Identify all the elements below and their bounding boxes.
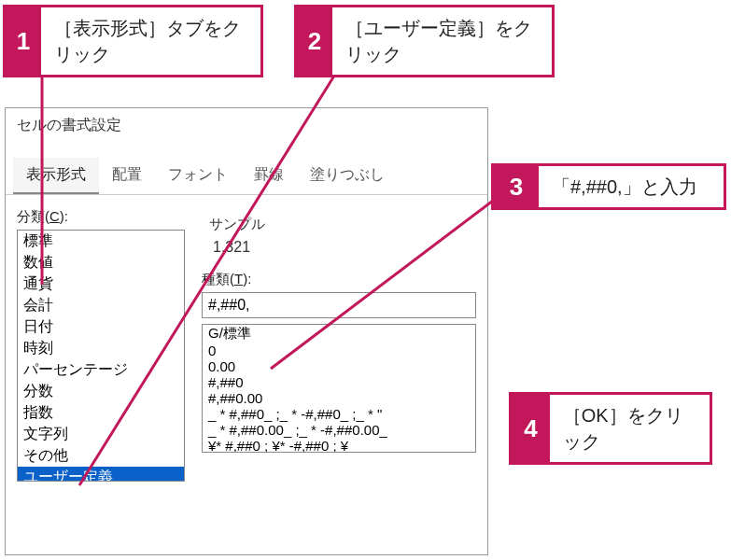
dialog-body: 分類(C): 標準 数値 通貨 会計 日付 時刻 パーセンテージ 分数 指数 文… (6, 195, 487, 482)
tab-font[interactable]: フォント (155, 158, 241, 194)
category-item-fraction[interactable]: 分数 (18, 381, 184, 402)
category-column: 分類(C): 標準 数値 通貨 会計 日付 時刻 パーセンテージ 分数 指数 文… (17, 208, 185, 482)
category-accel: C (49, 208, 60, 224)
tab-fill[interactable]: 塗りつぶし (297, 158, 398, 194)
type-item[interactable]: ¥* #,##0 ; ¥* -#,##0 ; ¥ (203, 438, 475, 453)
callout-4-text: ［OK］をクリック (550, 395, 710, 462)
category-item-time[interactable]: 時刻 (18, 338, 184, 359)
tab-strip: 表示形式 配置 フォント 罫線 塗りつぶし (6, 158, 487, 195)
callout-3-number: 3 (494, 166, 539, 207)
category-label-text: 分類( (17, 208, 49, 224)
tab-border[interactable]: 罫線 (241, 158, 297, 194)
type-accel: T (234, 271, 243, 287)
callout-3-text: 「#,##0,」と入力 (539, 166, 710, 207)
category-item-standard[interactable]: 標準 (18, 231, 184, 252)
details-column: サンプル 1,321 種類(T): G/標準 0 0.00 #,##0 #,##… (202, 208, 476, 482)
sample-value: 1,321 (209, 239, 476, 256)
category-item-scientific[interactable]: 指数 (18, 402, 184, 424)
category-item-other[interactable]: その他 (18, 445, 184, 467)
type-item[interactable]: 0.00 (203, 358, 475, 374)
callout-2-number: 2 (297, 7, 332, 75)
callout-1-text: ［表示形式］タブをクリック (41, 7, 260, 75)
tab-number-format[interactable]: 表示形式 (13, 158, 99, 194)
type-item[interactable]: 0 (203, 343, 475, 358)
tab-alignment[interactable]: 配置 (99, 158, 155, 194)
category-label: 分類(C): (17, 208, 185, 226)
category-item-text[interactable]: 文字列 (18, 424, 184, 445)
callout-3: 3 「#,##0,」と入力 (491, 163, 726, 210)
callout-4-number: 4 (512, 395, 550, 462)
category-item-custom[interactable]: ユーザー定義 (18, 467, 184, 482)
type-item[interactable]: #,##0 (203, 374, 475, 390)
type-input[interactable] (202, 292, 476, 318)
category-item-date[interactable]: 日付 (18, 316, 184, 338)
dialog-title: セルの書式設定 (6, 108, 487, 141)
category-item-accounting[interactable]: 会計 (18, 295, 184, 316)
type-label-end: ): (243, 271, 251, 287)
format-cells-dialog: セルの書式設定 表示形式 配置 フォント 罫線 塗りつぶし 分類(C): 標準 … (5, 107, 488, 555)
sample-label: サンプル (209, 216, 476, 233)
callout-1: 1 ［表示形式］タブをクリック (3, 5, 263, 77)
type-listbox[interactable]: G/標準 0 0.00 #,##0 #,##0.00 _ * #,##0_ ;_… (202, 324, 476, 453)
callout-1-number: 1 (6, 7, 41, 75)
category-label-end: ): (60, 208, 68, 224)
type-item[interactable]: _ * #,##0_ ;_ * -#,##0_ ;_ * " (203, 406, 475, 422)
type-item[interactable]: #,##0.00 (203, 390, 475, 406)
callout-2-text: ［ユーザー定義］をクリック (332, 7, 552, 75)
category-item-number[interactable]: 数値 (18, 252, 184, 273)
callout-2: 2 ［ユーザー定義］をクリック (294, 5, 555, 77)
category-listbox[interactable]: 標準 数値 通貨 会計 日付 時刻 パーセンテージ 分数 指数 文字列 その他 … (17, 230, 185, 482)
category-item-percentage[interactable]: パーセンテージ (18, 359, 184, 381)
type-label-text: 種類( (202, 271, 234, 287)
sample-box: サンプル 1,321 (202, 208, 476, 261)
category-item-currency[interactable]: 通貨 (18, 273, 184, 295)
type-item[interactable]: _ * #,##0.00_ ;_ * -#,##0.00_ (203, 422, 475, 438)
type-label: 種類(T): (202, 271, 476, 288)
callout-4: 4 ［OK］をクリック (509, 392, 712, 465)
type-item[interactable]: G/標準 (203, 325, 475, 343)
